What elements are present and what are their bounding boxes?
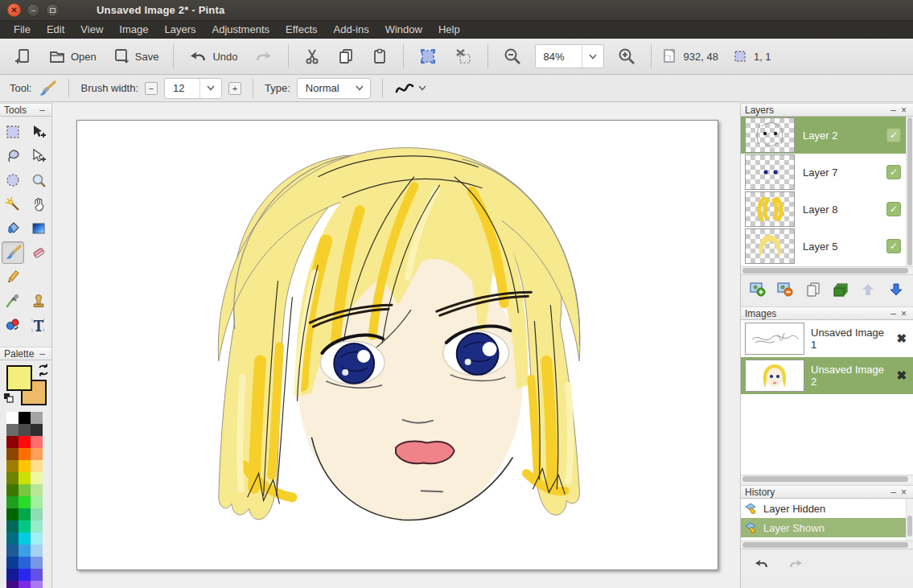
palette-color[interactable]: [6, 412, 19, 424]
new-image-button[interactable]: [8, 43, 39, 70]
tool-eraser[interactable]: [27, 241, 50, 264]
palette-color[interactable]: [31, 460, 43, 472]
palette-color[interactable]: [6, 569, 19, 581]
layers-panel-close-button[interactable]: ×: [899, 105, 909, 115]
undo-button[interactable]: Undo: [182, 43, 244, 70]
palette-color[interactable]: [19, 424, 31, 436]
palette-color[interactable]: [31, 448, 43, 460]
palette-color[interactable]: [19, 520, 31, 532]
palette-color[interactable]: [31, 412, 43, 424]
tools-panel-minimize-button[interactable]: –: [37, 105, 47, 115]
palette-color[interactable]: [19, 569, 31, 581]
palette-color[interactable]: [6, 436, 19, 448]
history-horizontal-scrollbar[interactable]: [741, 541, 913, 549]
menu-layers[interactable]: Layers: [157, 22, 203, 37]
tool-clone-stamp[interactable]: [27, 290, 50, 312]
palette-color[interactable]: [6, 496, 19, 508]
palette-color[interactable]: [31, 508, 43, 520]
palette-color[interactable]: [6, 581, 19, 588]
menu-view[interactable]: View: [73, 22, 110, 37]
palette-color[interactable]: [6, 472, 19, 484]
zoom-out-button[interactable]: [496, 42, 528, 71]
drawing-canvas[interactable]: [76, 120, 718, 570]
tool-paintbrush[interactable]: [2, 241, 24, 264]
tool-paint-bucket[interactable]: [2, 217, 24, 240]
history-undo-button[interactable]: [751, 553, 771, 574]
palette-color[interactable]: [6, 484, 19, 496]
layer-row[interactable]: Layer 8 ✓: [741, 191, 906, 228]
palette-color[interactable]: [31, 520, 43, 532]
layer-row[interactable]: Layer 5 ✓: [741, 228, 906, 265]
menu-file[interactable]: File: [6, 22, 38, 37]
move-layer-down-button[interactable]: [886, 279, 907, 300]
tool-rectangle-select[interactable]: [2, 121, 24, 143]
tool-color-picker[interactable]: [2, 290, 24, 312]
history-panel-close-button[interactable]: ×: [899, 487, 909, 497]
redo-button[interactable]: [248, 43, 280, 70]
open-button[interactable]: Open: [42, 43, 103, 70]
zoom-level-combo[interactable]: 84%: [535, 44, 604, 68]
delete-layer-button[interactable]: [775, 279, 796, 300]
merge-layer-down-button[interactable]: [830, 279, 851, 300]
palette-color[interactable]: [19, 448, 31, 460]
save-button[interactable]: Save: [106, 43, 166, 70]
tool-ellipse-select[interactable]: [2, 169, 24, 191]
layer-visibility-checkbox[interactable]: ✓: [886, 239, 901, 253]
palette-color[interactable]: [31, 472, 43, 484]
select-all-button[interactable]: [412, 42, 444, 71]
blend-type-combo[interactable]: Normal: [297, 78, 371, 99]
palette-color[interactable]: [19, 557, 31, 569]
paste-button[interactable]: [364, 43, 395, 70]
palette-color[interactable]: [31, 436, 43, 448]
layers-panel-minimize-button[interactable]: –: [888, 105, 899, 115]
palette-color[interactable]: [6, 508, 19, 520]
palette-color[interactable]: [19, 496, 31, 508]
menu-window[interactable]: Window: [378, 22, 430, 37]
layer-row[interactable]: Layer 7 ✓: [741, 154, 906, 191]
tool-text[interactable]: [27, 314, 50, 336]
palette-color[interactable]: [31, 569, 43, 581]
palette-color[interactable]: [31, 545, 43, 557]
menu-adjustments[interactable]: Adjustments: [204, 22, 277, 37]
close-image-icon[interactable]: ✖: [896, 368, 907, 383]
swap-colors-icon[interactable]: [37, 364, 50, 376]
palette-color[interactable]: [19, 412, 31, 424]
tool-move-selected[interactable]: [27, 121, 50, 143]
palette-color[interactable]: [31, 557, 43, 569]
images-horizontal-scrollbar[interactable]: [741, 475, 913, 483]
tool-move-selection[interactable]: [27, 145, 50, 167]
layer-visibility-checkbox[interactable]: ✓: [886, 165, 901, 179]
history-panel-minimize-button[interactable]: –: [888, 487, 899, 497]
brush-width-decrease-button[interactable]: −: [145, 82, 158, 95]
brush-width-combo[interactable]: 12: [164, 78, 222, 99]
reset-colors-icon[interactable]: [3, 393, 14, 404]
palette-color[interactable]: [19, 484, 31, 496]
palette-color[interactable]: [31, 484, 43, 496]
menu-edit[interactable]: Edit: [39, 22, 72, 37]
layers-vertical-scrollbar[interactable]: [906, 117, 913, 266]
palette-color[interactable]: [31, 424, 43, 436]
palette-color[interactable]: [6, 557, 19, 569]
window-maximize-button[interactable]: [46, 3, 60, 17]
palette-color[interactable]: [6, 545, 19, 557]
duplicate-layer-button[interactable]: [803, 279, 824, 300]
images-panel-minimize-button[interactable]: –: [888, 309, 899, 319]
menu-image[interactable]: Image: [112, 22, 155, 37]
history-entry[interactable]: Layer Hidden: [741, 499, 907, 518]
add-layer-button[interactable]: [747, 279, 768, 300]
palette-color[interactable]: [31, 496, 43, 508]
layer-visibility-checkbox[interactable]: ✓: [886, 202, 901, 216]
primary-color-swatch[interactable]: [6, 365, 32, 391]
tool-pan[interactable]: [27, 193, 50, 216]
image-row[interactable]: Unsaved Image 2 ✖: [741, 357, 913, 394]
menu-addins[interactable]: Add-ins: [327, 22, 376, 37]
palette-panel-minimize-button[interactable]: –: [37, 349, 47, 359]
layers-horizontal-scrollbar[interactable]: [741, 266, 913, 274]
tool-lasso-select[interactable]: [2, 145, 24, 167]
tool-gradient[interactable]: [27, 217, 50, 240]
move-layer-up-button[interactable]: [857, 279, 878, 300]
layer-visibility-checkbox[interactable]: ✓: [886, 128, 901, 142]
tool-recolor[interactable]: [2, 314, 24, 336]
tool-magic-wand[interactable]: [2, 193, 24, 216]
palette-color[interactable]: [19, 472, 31, 484]
